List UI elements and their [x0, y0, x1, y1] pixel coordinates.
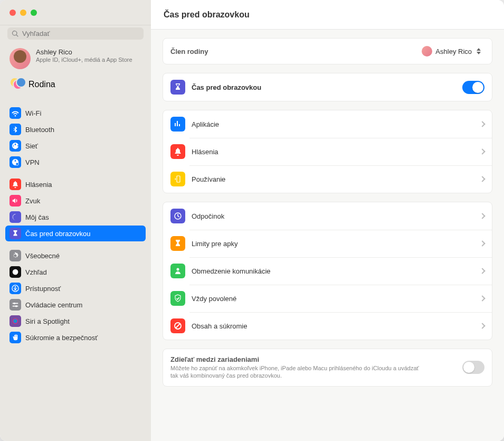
svg-point-4 — [14, 303, 16, 305]
sliders-icon — [9, 299, 21, 311]
sidebar-item-prístupnosť[interactable]: Prístupnosť — [5, 280, 146, 296]
row-label: Obmedzenie komunikácie — [192, 267, 480, 275]
sidebar-item-label: Prístupnosť — [25, 285, 61, 293]
globe-badge-icon — [9, 156, 21, 168]
check-shield-icon — [170, 291, 185, 306]
globe-icon — [9, 140, 21, 152]
sidebar-item-všeobecné[interactable]: Všeobecné — [5, 248, 146, 264]
limits-row-obsah-a-súkromie[interactable]: Obsah a súkromie — [163, 312, 492, 340]
usage-row-aplikácie[interactable]: Aplikácie — [163, 110, 492, 138]
close-button[interactable] — [9, 10, 16, 16]
moon-icon — [9, 211, 21, 223]
sidebar-item-label: Čas pred obrazovkou — [25, 230, 91, 238]
sidebar: Ashley Rico Apple ID, iCloud+, médiá a A… — [0, 0, 151, 441]
speaker-icon — [9, 195, 21, 207]
titlebar — [0, 0, 151, 25]
sidebar-item-vzhľad[interactable]: Vzhľad — [5, 264, 146, 280]
sidebar-item-čas-pred-obrazovkou[interactable]: Čas pred obrazovkou — [5, 226, 146, 241]
sidebar-item-label: VPN — [25, 158, 40, 166]
siri-icon — [9, 315, 21, 327]
sidebar-item-sieť[interactable]: Sieť — [5, 138, 146, 154]
sidebar-item-vpn[interactable]: VPN — [5, 154, 146, 170]
family-icon — [9, 77, 24, 92]
search-input[interactable] — [22, 30, 139, 37]
pickups-icon — [170, 172, 185, 186]
family-member-picker[interactable]: Ashley Rico — [421, 45, 484, 58]
screen-time-toggle[interactable] — [462, 81, 484, 94]
chevron-right-icon — [479, 121, 485, 127]
profile-sub: Apple ID, iCloud+, médiá a App Store — [36, 56, 132, 63]
svg-point-3 — [15, 286, 16, 288]
bell-icon — [9, 179, 21, 190]
svg-point-5 — [15, 305, 17, 307]
chevron-right-icon — [479, 176, 485, 182]
svg-rect-7 — [177, 176, 180, 182]
screen-time-toggle-row: Čas pred obrazovkou — [163, 73, 492, 101]
sidebar-item-label: Hlásenia — [25, 181, 52, 189]
share-title: Zdieľať medzi zariadeniami — [170, 355, 462, 363]
sidebar-apple-id[interactable]: Ashley Rico Apple ID, iCloud+, médiá a A… — [5, 45, 146, 72]
usage-row-hlásenia[interactable]: Hlásenia — [163, 138, 492, 165]
row-label: Obsah a súkromie — [192, 322, 480, 330]
limits-row-limity-pre-apky[interactable]: Limity pre apky — [163, 230, 492, 257]
share-row: Zdieľať medzi zariadeniami Môžete ho zap… — [163, 349, 492, 386]
screen-time-label: Čas pred obrazovkou — [192, 83, 462, 91]
row-label: Hlásenia — [192, 148, 480, 156]
chart-icon — [170, 117, 185, 132]
bluetooth-icon — [9, 124, 21, 135]
sidebar-item-hlásenia[interactable]: Hlásenia — [5, 176, 146, 192]
chevron-right-icon — [479, 295, 485, 301]
fullscreen-button[interactable] — [31, 10, 37, 16]
limits-row-odpočinok[interactable]: Odpočinok — [163, 202, 492, 230]
row-label: Limity pre apky — [192, 240, 480, 248]
share-subtitle: Môžete ho zapnúť na akomkoľvek iPhone, i… — [170, 364, 424, 380]
member-avatar — [422, 46, 432, 57]
sidebar-item-label: Môj čas — [25, 213, 49, 221]
hourglass-icon — [9, 228, 21, 239]
search-icon — [12, 30, 19, 37]
sidebar-item-label: Bluetooth — [25, 126, 54, 134]
usage-card: Aplikácie Hlásenia Používanie — [163, 110, 492, 193]
sidebar-item-môj-čas[interactable]: Môj čas — [5, 209, 146, 225]
family-label: Rodina — [28, 80, 55, 89]
svg-point-9 — [177, 268, 179, 271]
gear-icon — [9, 250, 21, 261]
share-toggle[interactable] — [462, 361, 484, 374]
sidebar-item-bluetooth[interactable]: Bluetooth — [5, 121, 146, 137]
family-member-label: Člen rodiny — [170, 48, 421, 55]
row-label: Odpočinok — [192, 212, 480, 220]
person-icon — [170, 264, 185, 278]
search-field[interactable] — [7, 27, 144, 40]
sidebar-item-súkromie-a-bezpečnosť[interactable]: Súkromie a bezpečnosť — [5, 330, 146, 345]
sidebar-item-ovládacie-centrum[interactable]: Ovládacie centrum — [5, 297, 146, 313]
limits-row-vždy-povolené[interactable]: Vždy povolené — [163, 285, 492, 312]
sidebar-item-siri-a-spotlight[interactable]: Siri a Spotlight — [5, 313, 146, 329]
sidebar-item-label: Zvuk — [25, 197, 40, 205]
limits-row-obmedzenie-komunikácie[interactable]: Obmedzenie komunikácie — [163, 257, 492, 285]
usage-row-používanie[interactable]: Používanie — [163, 165, 492, 193]
main-header: Čas pred obrazovkou — [151, 0, 504, 30]
member-name: Ashley Rico — [435, 48, 472, 55]
chevron-right-icon — [479, 240, 485, 246]
avatar — [9, 48, 31, 69]
profile-name: Ashley Rico — [36, 48, 132, 56]
main-panel: Čas pred obrazovkou Člen rodiny Ashley R… — [151, 0, 504, 441]
family-member-row: Člen rodiny Ashley Rico — [163, 39, 492, 64]
appearance-icon — [9, 266, 21, 278]
sidebar-item-zvuk[interactable]: Zvuk — [5, 193, 146, 209]
sidebar-item-label: Vzhľad — [25, 268, 47, 276]
chevron-right-icon — [479, 323, 485, 329]
sidebar-item-wi-fi[interactable]: Wi-Fi — [5, 105, 146, 121]
minimize-button[interactable] — [20, 10, 26, 16]
window-controls — [9, 10, 37, 16]
popup-arrows-icon — [475, 47, 482, 55]
share-across-devices-card: Zdieľať medzi zariadeniami Môžete ho zap… — [163, 349, 492, 387]
settings-window: Ashley Rico Apple ID, iCloud+, médiá a A… — [0, 0, 504, 441]
hourglass-icon — [170, 236, 185, 251]
sidebar-family[interactable]: Rodina — [5, 74, 146, 95]
wifi-icon — [9, 107, 21, 119]
sidebar-item-label: Wi-Fi — [25, 109, 41, 117]
hourglass-icon — [170, 80, 185, 95]
bell-icon — [170, 144, 185, 159]
chevron-right-icon — [479, 213, 485, 219]
